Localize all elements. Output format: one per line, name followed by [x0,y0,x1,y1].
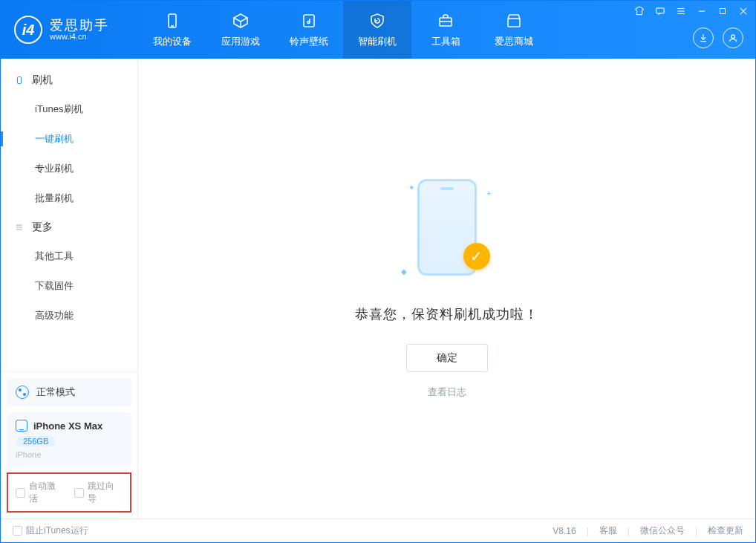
sidebar-item-firmware[interactable]: 下载固件 [1,271,137,301]
list-icon [14,222,25,233]
checkbox-skip-guide[interactable]: 跳过向导 [74,480,123,505]
window-controls [633,5,749,17]
titlebar-actions [693,27,743,48]
sidebar-item-batch-flash[interactable]: 批量刷机 [1,183,137,213]
shop-icon [504,11,524,30]
svg-rect-7 [656,8,665,13]
highlighted-options: 自动激活 跳过向导 [7,472,131,513]
logo-area: i4 爱思助手 www.i4.cn [1,1,138,59]
device-name: iPhone XS Max [33,420,102,432]
success-illustration: ✓ ✦ ◆ + [395,179,499,283]
device-storage: 256GB [16,436,56,446]
body: 刷机 iTunes刷机 一键刷机 专业刷机 批量刷机 更多 其他工具 下载固件 … [1,59,755,518]
sparkle-icon: ✦ [408,183,414,192]
sidebar-item-pro-flash[interactable]: 专业刷机 [1,154,137,183]
svg-rect-12 [720,9,726,14]
nav-mall[interactable]: 爱思商城 [480,1,548,59]
nav-smart-flash[interactable]: 智能刷机 [343,1,411,59]
view-log-link[interactable]: 查看日志 [428,386,466,399]
app-name: 爱思助手 [50,19,109,33]
success-message: 恭喜您，保资料刷机成功啦！ [355,305,538,323]
app-url: www.i4.cn [50,32,109,41]
refresh-shield-icon [368,11,387,30]
ok-button[interactable]: 确定 [406,344,488,372]
close-icon[interactable] [737,5,749,17]
titlebar: i4 爱思助手 www.i4.cn 我的设备 应用游戏 铃声壁纸 智能刷机 [1,1,755,59]
svg-point-3 [307,22,310,24]
device-panel: 正常模式 iPhone XS Max 256GB iPhone 自动激活 [1,371,137,518]
group-more: 更多 [1,213,137,241]
feedback-icon[interactable] [654,5,666,17]
device-card[interactable]: iPhone XS Max 256GB iPhone [7,412,131,466]
main-panel: ✓ ✦ ◆ + 恭喜您，保资料刷机成功啦！ 确定 查看日志 [138,59,755,518]
app-window: i4 爱思助手 www.i4.cn 我的设备 应用游戏 铃声壁纸 智能刷机 [0,0,756,543]
cube-icon [231,11,250,30]
device-mode[interactable]: 正常模式 [7,378,131,406]
checkbox-icon [74,488,84,498]
check-update-link[interactable]: 检查更新 [708,524,743,537]
nav-apps[interactable]: 应用游戏 [206,1,275,59]
version-label: V8.16 [553,526,576,536]
svg-rect-6 [508,19,520,27]
minimize-icon[interactable] [696,5,708,17]
mode-icon [16,386,29,399]
sidebar-item-itunes-flash[interactable]: iTunes刷机 [1,94,137,124]
checkbox-block-itunes[interactable]: 阻止iTunes运行 [13,524,88,537]
svg-rect-17 [18,77,22,84]
sidebar-item-other-tools[interactable]: 其他工具 [1,241,137,271]
checkbox-icon [16,488,25,498]
nav-ringtone[interactable]: 铃声壁纸 [275,1,343,59]
maximize-icon[interactable] [717,5,729,17]
device-type: iPhone [16,450,123,459]
checkmark-badge-icon: ✓ [463,243,490,270]
music-icon [299,11,319,30]
toolbox-icon [436,11,455,30]
checkbox-icon [13,526,22,536]
sparkle-icon: + [487,189,492,198]
support-link[interactable]: 客服 [599,524,617,537]
account-button[interactable] [723,27,743,48]
sidebar-item-oneclick-flash[interactable]: 一键刷机 [1,124,137,154]
sidebar: 刷机 iTunes刷机 一键刷机 专业刷机 批量刷机 更多 其他工具 下载固件 … [1,59,138,518]
sidebar-item-advanced[interactable]: 高级功能 [1,301,137,331]
svg-point-16 [731,35,735,39]
top-nav: 我的设备 应用游戏 铃声壁纸 智能刷机 工具箱 爱思商城 [138,1,548,59]
group-flash: 刷机 [1,66,137,94]
wechat-link[interactable]: 微信公众号 [640,524,685,537]
download-button[interactable] [693,27,714,48]
device-icon [16,420,27,432]
checkbox-auto-activate[interactable]: 自动激活 [16,480,64,505]
device-small-icon [14,75,25,85]
menu-icon[interactable] [675,5,687,17]
logo-icon: i4 [14,16,42,44]
phone-icon [163,11,182,30]
skin-icon[interactable] [633,5,645,17]
nav-my-device[interactable]: 我的设备 [138,1,206,59]
statusbar: 阻止iTunes运行 V8.16 | 客服 | 微信公众号 | 检查更新 [1,518,755,542]
sparkle-icon: ◆ [401,267,407,276]
nav-toolbox[interactable]: 工具箱 [411,1,480,59]
